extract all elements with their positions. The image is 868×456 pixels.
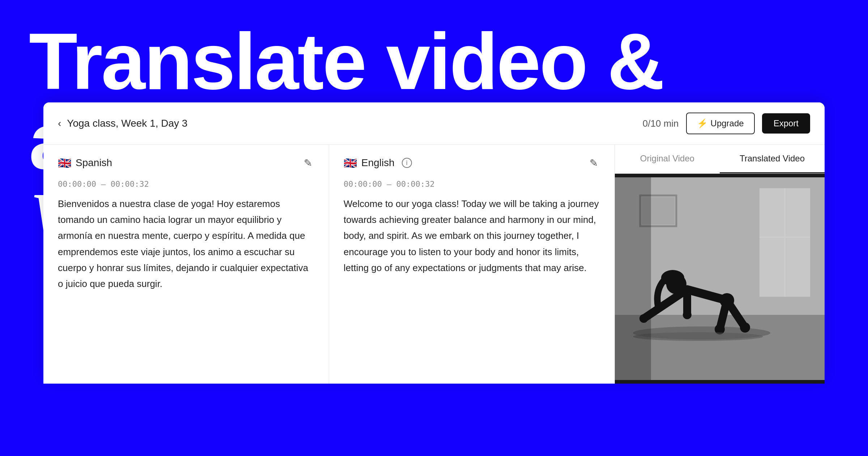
app-window: ‹ Yoga class, Week 1, Day 3 0/10 min ⚡ U… — [43, 102, 825, 384]
export-button[interactable]: Export — [762, 113, 810, 134]
info-icon[interactable]: i — [402, 158, 412, 168]
video-preview — [615, 174, 825, 384]
source-language-label: 🇬🇧 Spanish — [58, 157, 112, 169]
back-button[interactable]: ‹ — [58, 118, 61, 129]
source-panel-header: 🇬🇧 Spanish ✎ — [58, 156, 314, 169]
bottom-blue-bar — [0, 405, 868, 456]
source-language-name: Spanish — [76, 157, 112, 169]
translated-video-tab[interactable]: Translated Video — [720, 145, 825, 173]
target-flag-icon: 🇬🇧 — [344, 157, 357, 169]
target-language-label: 🇬🇧 English i — [344, 157, 412, 169]
header-right: 0/10 min ⚡ Upgrade Export — [643, 113, 810, 134]
source-panel: 🇬🇧 Spanish ✎ 00:00:00 – 00:00:32 Bienven… — [43, 145, 329, 384]
svg-point-21 — [633, 332, 763, 341]
app-content: 🇬🇧 Spanish ✎ 00:00:00 – 00:00:32 Bienven… — [43, 145, 825, 384]
target-language-name: English — [361, 157, 395, 169]
header-left: ‹ Yoga class, Week 1, Day 3 — [58, 118, 187, 129]
app-header: ‹ Yoga class, Week 1, Day 3 0/10 min ⚡ U… — [43, 102, 825, 145]
upgrade-label: Upgrade — [711, 118, 744, 128]
source-edit-button[interactable]: ✎ — [301, 156, 314, 169]
upgrade-button[interactable]: ⚡ Upgrade — [686, 113, 755, 134]
project-title: Yoga class, Week 1, Day 3 — [67, 118, 187, 129]
target-panel-header: 🇬🇧 English i ✎ — [344, 156, 600, 169]
target-timestamp: 00:00:00 – 00:00:32 — [344, 180, 600, 189]
target-panel: 🇬🇧 English i ✎ 00:00:00 – 00:00:32 Welco… — [329, 145, 615, 384]
yoga-video-frame — [615, 174, 825, 384]
hero-section: Translate video & audio With AI. Fast. F… — [0, 0, 868, 232]
svg-rect-22 — [615, 177, 651, 380]
min-counter: 0/10 min — [643, 118, 679, 129]
source-transcript: Bienvenidos a nuestra clase de yoga! Hoy… — [58, 196, 314, 292]
source-timestamp: 00:00:00 – 00:00:32 — [58, 180, 314, 189]
source-flag-icon: 🇬🇧 — [58, 157, 71, 169]
video-tabs: Original Video Translated Video — [615, 145, 825, 174]
upgrade-icon: ⚡ — [697, 118, 708, 128]
original-video-tab[interactable]: Original Video — [615, 145, 720, 173]
target-edit-button[interactable]: ✎ — [587, 156, 600, 169]
video-panel: Original Video Translated Video — [615, 145, 825, 384]
target-transcript: Welcome to our yoga class! Today we will… — [344, 196, 600, 276]
